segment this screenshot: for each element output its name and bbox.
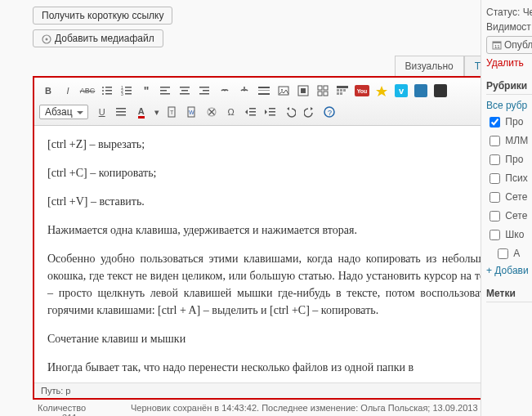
svg-rect-31 xyxy=(324,86,328,90)
outdent-button[interactable] xyxy=(242,103,260,121)
category-label: Про xyxy=(505,154,523,165)
category-checkbox[interactable] xyxy=(490,173,500,184)
paste-text-button[interactable]: T xyxy=(163,103,181,121)
redo-button[interactable] xyxy=(301,103,319,121)
editor-container: B I ABC 123 " You v xyxy=(33,76,515,400)
category-item[interactable]: МЛМ xyxy=(486,133,532,149)
strike-button[interactable]: ABC xyxy=(78,82,96,100)
svg-rect-17 xyxy=(180,87,190,88)
category-item[interactable]: Сете xyxy=(486,190,532,205)
link-button[interactable] xyxy=(216,82,234,100)
editor-content[interactable]: [ctrl +Z] – вырезать; [ctrl +C] – копиро… xyxy=(34,126,513,382)
bold-button[interactable]: B xyxy=(39,82,57,100)
align-center-button[interactable] xyxy=(177,82,194,100)
category-checkbox[interactable] xyxy=(490,136,500,146)
media-icon xyxy=(42,34,51,44)
help-button[interactable]: ? xyxy=(320,103,338,121)
category-checkbox[interactable] xyxy=(490,211,500,221)
content-line: [ctrl +C] – копировать; xyxy=(47,164,500,181)
category-checkbox[interactable] xyxy=(490,192,500,203)
ol-button[interactable]: 123 xyxy=(118,82,136,100)
align-left-button[interactable] xyxy=(157,82,175,100)
svg-rect-22 xyxy=(199,93,209,95)
status-bar: Количество слов: 311 Черновик сохранён в… xyxy=(33,400,515,416)
svg-rect-25 xyxy=(258,93,270,95)
category-item[interactable]: Сете xyxy=(486,208,532,224)
svg-rect-21 xyxy=(203,90,209,92)
plugin1-icon[interactable] xyxy=(412,82,430,100)
svg-rect-3 xyxy=(105,87,112,88)
underline-button[interactable]: U xyxy=(93,103,111,121)
category-label: А xyxy=(513,248,520,259)
category-item[interactable]: Шко xyxy=(486,227,532,243)
category-checkbox[interactable] xyxy=(498,248,508,259)
textcolor-button[interactable]: A xyxy=(132,103,150,121)
svg-rect-42 xyxy=(116,114,126,116)
content-line: Иногда бывает так, что надо перенести не… xyxy=(47,359,500,376)
plugin2-icon[interactable] xyxy=(431,82,449,100)
category-checkbox[interactable] xyxy=(490,154,500,165)
ul-button[interactable] xyxy=(98,82,116,100)
image-button[interactable] xyxy=(275,82,293,100)
svg-rect-16 xyxy=(160,93,170,95)
rutube-icon[interactable] xyxy=(373,82,391,100)
status-label: Статус: xyxy=(486,7,520,18)
svg-rect-50 xyxy=(249,114,256,116)
category-label: Шко xyxy=(505,229,524,240)
vimeo-icon[interactable]: v xyxy=(392,82,410,100)
category-item[interactable]: Про xyxy=(486,114,532,130)
quote-button[interactable]: " xyxy=(137,82,155,100)
svg-rect-7 xyxy=(105,93,112,95)
undo-button[interactable] xyxy=(281,103,299,121)
publish-date-button[interactable]: 11 Опубл xyxy=(486,36,532,54)
category-checkbox[interactable] xyxy=(490,230,500,240)
add-category-link[interactable]: + Добави xyxy=(486,265,532,276)
tags-heading: Метки xyxy=(486,288,532,302)
svg-text:W: W xyxy=(189,110,194,115)
svg-rect-51 xyxy=(269,108,275,110)
svg-rect-48 xyxy=(249,108,256,110)
category-item[interactable]: А xyxy=(486,246,532,262)
svg-rect-30 xyxy=(318,86,322,90)
svg-rect-14 xyxy=(160,87,170,88)
element-path[interactable]: Путь: p xyxy=(34,382,513,398)
justify-button[interactable] xyxy=(113,103,131,121)
sidebar: Статус: Че Видимост 11 Опубл Удалить Руб… xyxy=(481,0,532,416)
indent-button[interactable] xyxy=(262,103,279,121)
charmap-button[interactable]: Ω xyxy=(222,103,240,121)
editor-tabs: ВизуальноТекст xyxy=(33,56,510,76)
short-link-button[interactable]: Получить короткую ссылку xyxy=(33,7,172,25)
category-item[interactable]: Про xyxy=(486,152,532,168)
italic-button[interactable]: I xyxy=(59,82,77,100)
save-status: Черновик сохранён в 14:43:42. Последнее … xyxy=(131,403,510,416)
category-checkbox[interactable] xyxy=(490,117,500,127)
svg-rect-57 xyxy=(493,42,501,43)
svg-point-2 xyxy=(102,87,104,88)
svg-rect-18 xyxy=(181,90,188,92)
svg-point-1 xyxy=(46,38,48,40)
gallery-button[interactable] xyxy=(314,82,332,100)
textcolor-drop-button[interactable]: ▾ xyxy=(152,103,162,121)
rubrics-heading: Рубрики xyxy=(486,80,532,95)
more-button[interactable] xyxy=(255,82,273,100)
fullscreen-button[interactable] xyxy=(294,82,312,100)
svg-rect-20 xyxy=(199,87,209,88)
remove-format-button[interactable] xyxy=(203,103,221,121)
align-right-button[interactable] xyxy=(196,82,214,100)
svg-text:T: T xyxy=(170,110,174,115)
all-rubrics-tab[interactable]: Все рубр xyxy=(486,100,532,111)
content-line: Особенно удобно пользоваться этими клави… xyxy=(47,250,500,319)
category-item[interactable]: Псих xyxy=(486,171,532,186)
youtube-icon[interactable]: You xyxy=(353,82,371,100)
svg-point-6 xyxy=(102,93,104,95)
category-label: Про xyxy=(505,116,523,127)
tab-visual[interactable]: Визуально xyxy=(395,56,464,76)
kitchensink-button[interactable] xyxy=(333,82,351,100)
paste-word-button[interactable]: W xyxy=(183,103,201,121)
category-label: Сете xyxy=(505,210,527,221)
delete-link[interactable]: Удалить xyxy=(486,57,524,69)
unlink-button[interactable] xyxy=(235,82,253,100)
add-media-button[interactable]: Добавить медиафайл xyxy=(33,29,163,47)
format-select[interactable]: Абзац xyxy=(39,105,88,119)
svg-rect-35 xyxy=(337,89,339,92)
